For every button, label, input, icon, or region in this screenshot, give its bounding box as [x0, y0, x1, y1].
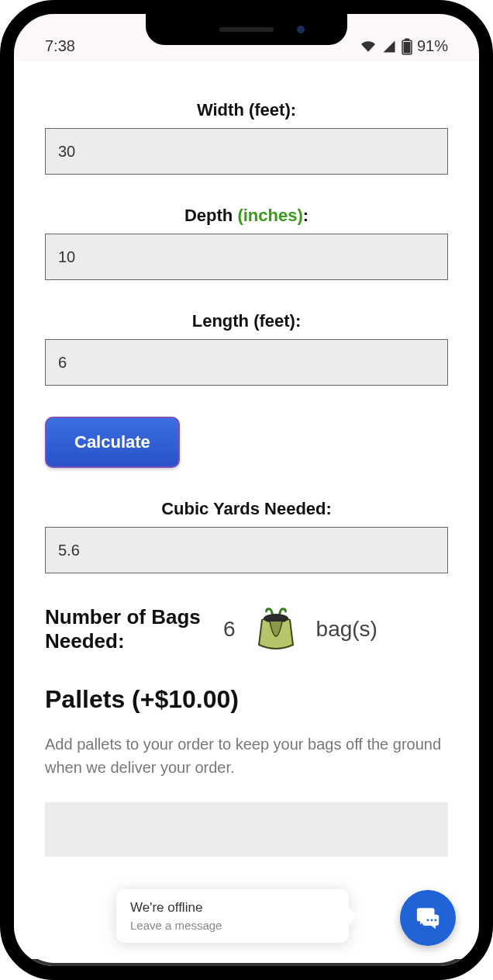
- depth-label-unit: (inches): [237, 206, 302, 225]
- svg-point-5: [431, 919, 433, 921]
- status-battery: 91%: [417, 37, 448, 55]
- depth-input[interactable]: [45, 234, 448, 280]
- cell-signal-icon: [381, 40, 397, 54]
- bags-result-count: 6: [223, 617, 236, 642]
- width-label: Width (feet):: [45, 100, 448, 120]
- length-label-unit: (feet):: [253, 311, 301, 331]
- depth-group: Depth (inches):: [45, 206, 448, 280]
- svg-rect-1: [403, 42, 410, 54]
- cubic-label: Cubic Yards Needed:: [45, 499, 448, 519]
- pallets-input-area[interactable]: [45, 802, 448, 857]
- cubic-group: Cubic Yards Needed:: [45, 499, 448, 573]
- depth-label-colon: :: [303, 206, 309, 225]
- status-time: 7:38: [45, 37, 75, 55]
- chat-subtitle: Leave a message: [130, 919, 335, 932]
- depth-label: Depth (inches):: [45, 206, 448, 226]
- bags-result-unit: bag(s): [316, 617, 378, 642]
- width-input[interactable]: [45, 128, 448, 175]
- speaker-slot: [219, 27, 274, 32]
- wifi-icon: [360, 40, 377, 54]
- width-group: Width (feet):: [45, 100, 448, 175]
- svg-point-4: [427, 919, 429, 921]
- svg-rect-2: [405, 38, 409, 40]
- page-content: Width (feet): Depth (inches): Length (fe…: [14, 61, 479, 959]
- depth-label-main: Depth: [184, 206, 237, 225]
- bags-result-row: Number of Bags Needed: 6 bag(s): [45, 604, 448, 654]
- length-group: Length (feet):: [45, 311, 448, 386]
- status-right: 91%: [360, 37, 448, 55]
- calculate-button[interactable]: Calculate: [45, 417, 180, 468]
- chat-widget[interactable]: We're offline Leave a message: [116, 889, 349, 943]
- chat-fab-button[interactable]: [400, 890, 456, 946]
- svg-point-6: [435, 919, 437, 921]
- chat-icon: [415, 905, 441, 931]
- width-label-unit: (feet):: [249, 100, 296, 119]
- phone-frame: 7:38 91% Width (feet): Depth (inches): L…: [0, 0, 493, 980]
- length-label-main: Length: [192, 311, 253, 331]
- battery-icon: [402, 38, 412, 55]
- bag-icon: [251, 604, 301, 654]
- chat-title: We're offline: [130, 900, 335, 916]
- pallets-heading: Pallets (+$10.00): [45, 685, 448, 714]
- pallets-description: Add pallets to your order to keep your b…: [45, 732, 448, 779]
- device-notch: [146, 14, 347, 45]
- cubic-output: [45, 527, 448, 573]
- bags-result-label: Number of Bags Needed:: [45, 605, 208, 653]
- length-label: Length (feet):: [45, 311, 448, 331]
- length-input[interactable]: [45, 339, 448, 386]
- front-camera: [297, 26, 305, 33]
- width-label-main: Width: [197, 100, 249, 119]
